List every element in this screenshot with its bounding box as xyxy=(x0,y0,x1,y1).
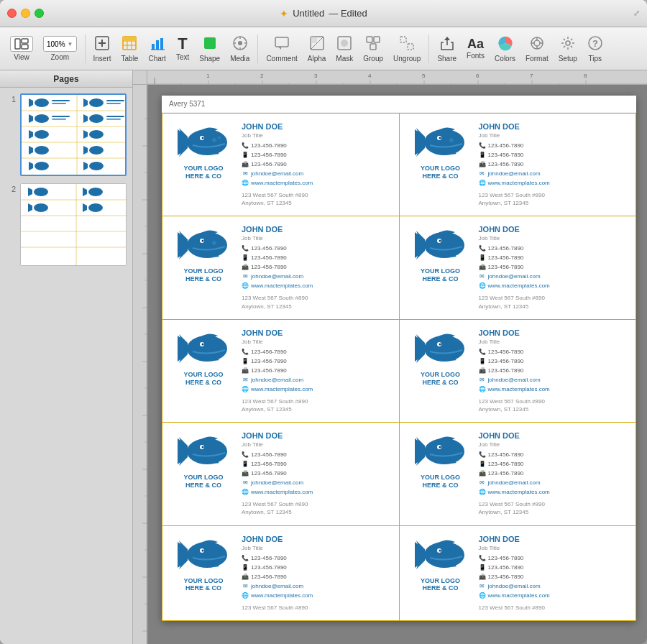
card-job-title-5: Job Title xyxy=(242,339,390,345)
text-label: Text xyxy=(176,53,189,61)
colors-icon xyxy=(497,35,513,53)
svg-point-165 xyxy=(439,137,441,139)
card-right-1: JOHN DOE Job Title 📞 123-456-7890 📱 xyxy=(242,122,390,207)
page-preview-1[interactable] xyxy=(20,93,127,176)
biz-card-8[interactable]: YOUR LOGOHERE & CO JOHN DOE Job Title 📞1… xyxy=(400,423,637,525)
table-tool[interactable]: Table xyxy=(117,32,143,65)
svg-text:4: 4 xyxy=(368,73,372,79)
chart-tool[interactable]: Chart xyxy=(144,32,170,65)
maximize-button[interactable] xyxy=(35,9,44,18)
format-tool[interactable]: Format xyxy=(521,32,553,65)
svg-point-202 xyxy=(202,549,204,551)
svg-text:7: 7 xyxy=(530,73,533,79)
ungroup-label: Ungroup xyxy=(393,55,421,63)
card-phone2-1: 📱 123-456-7890 xyxy=(242,151,390,160)
group-label: Group xyxy=(363,55,383,63)
view-tool[interactable]: View xyxy=(6,33,37,64)
svg-text:2: 2 xyxy=(260,73,264,79)
biz-card-10[interactable]: YOUR LOGOHERE & CO JOHN DOE Job Title 📞1… xyxy=(400,526,637,621)
ungroup-tool[interactable]: Ungroup xyxy=(389,32,425,65)
setup-label: Setup xyxy=(559,55,577,63)
close-button[interactable] xyxy=(7,9,17,18)
format-icon xyxy=(529,35,545,53)
alpha-tool[interactable]: Alpha xyxy=(303,32,331,65)
svg-point-57 xyxy=(35,114,49,123)
svg-rect-16 xyxy=(204,37,216,49)
page-num-2: 2 xyxy=(6,185,16,193)
ruler-vertical: 1 2 3 4 5 6 7 8 9 xyxy=(133,85,147,644)
card-name-10: JOHN DOE xyxy=(479,535,628,543)
biz-card-9[interactable]: YOUR LOGOHERE & CO JOHN DOE Job Title 📞1… xyxy=(162,526,400,621)
card-name-2: JOHN DOE xyxy=(479,122,628,131)
web-icon-1: 🌐 xyxy=(242,179,249,188)
fax-icon-1: 📠 xyxy=(242,160,249,169)
svg-point-187 xyxy=(439,343,441,345)
document-area[interactable]: 1 2 3 4 5 6 xyxy=(133,70,647,644)
sidebar: Pages 1 xyxy=(0,70,133,644)
biz-card-5[interactable]: YOUR LOGOHERE & CO JOHN DOE Job Title 📞1… xyxy=(162,320,400,423)
card-job-title-1: Job Title xyxy=(242,132,390,139)
sidebar-header: Pages xyxy=(0,70,132,88)
tips-tool[interactable]: ? Tips xyxy=(583,32,607,65)
logo-text-6: YOUR LOGOHERE & CO xyxy=(421,371,460,387)
biz-card-3[interactable]: YOUR LOGOHERE & CO JOHN DOE Job Title 📞1… xyxy=(162,216,400,319)
comment-tool[interactable]: Comment xyxy=(262,32,301,65)
card-name-9: JOHN DOE xyxy=(242,535,390,543)
insert-tool[interactable]: Insert xyxy=(89,32,116,65)
shape-tool[interactable]: Shape xyxy=(195,32,224,65)
card-web-2: 🌐 www.mactemplates.com xyxy=(479,179,628,188)
svg-rect-75 xyxy=(106,100,124,101)
fish-svg-7 xyxy=(175,431,232,471)
svg-point-171 xyxy=(202,240,204,242)
card-email-1: ✉ johndoe@email.com xyxy=(242,170,390,178)
page-thumb-2[interactable]: 2 xyxy=(6,183,127,266)
fonts-label: Fonts xyxy=(467,52,485,60)
logo-text-5: YOUR LOGOHERE & CO xyxy=(183,371,223,387)
text-tool[interactable]: T Text xyxy=(172,33,193,64)
zoom-box[interactable]: 100% ▼ xyxy=(43,36,77,52)
label-type: Avery 5371 xyxy=(169,100,205,108)
media-tool[interactable]: Media xyxy=(226,32,254,65)
svg-rect-2 xyxy=(22,45,28,49)
svg-point-87 xyxy=(34,188,48,196)
biz-card-2[interactable]: YOUR LOGOHERE & CO JOHN DOE Job Title 📞1… xyxy=(400,114,637,216)
svg-point-67 xyxy=(89,146,104,155)
fish-svg-1 xyxy=(175,122,232,162)
setup-icon xyxy=(560,35,576,53)
fish-svg-5 xyxy=(175,328,232,368)
fonts-tool[interactable]: Aa Fonts xyxy=(462,34,489,63)
svg-rect-81 xyxy=(21,184,127,265)
svg-point-53 xyxy=(35,98,49,107)
card-left-8: YOUR LOGOHERE & CO xyxy=(408,431,473,489)
sep-2 xyxy=(257,34,258,63)
biz-card-6[interactable]: YOUR LOGOHERE & CO JOHN DOE Job Title 📞1… xyxy=(400,320,637,423)
share-tool[interactable]: Share xyxy=(433,32,461,65)
biz-card-1[interactable]: YOUR LOGOHERE & CO JOHN DOE Job Title 📞 … xyxy=(162,114,400,216)
card-left-4: YOUR LOGOHERE & CO xyxy=(408,225,473,283)
group-tool[interactable]: Group xyxy=(359,32,387,65)
fish-svg-9 xyxy=(175,535,232,574)
card-right-5: JOHN DOE Job Title 📞123-456-7890 📱123-45… xyxy=(242,328,390,413)
page-area: Avery 5371 xyxy=(147,85,647,644)
app-window: ✦ Untitled — Edited ⤢ View 100% ▼ Zo xyxy=(0,0,647,644)
card-web-1: 🌐 www.mactemplates.com xyxy=(242,179,390,188)
setup-tool[interactable]: Setup xyxy=(554,32,582,65)
card-job-title-3: Job Title xyxy=(242,235,390,242)
mask-tool[interactable]: Mask xyxy=(331,32,357,65)
colors-tool[interactable]: Colors xyxy=(490,32,520,65)
card-left-10: YOUR LOGOHERE & CO xyxy=(408,535,473,593)
svg-text:8: 8 xyxy=(584,73,587,79)
minimize-button[interactable] xyxy=(21,9,30,18)
zoom-tool[interactable]: 100% ▼ Zoom xyxy=(39,33,81,64)
svg-rect-122 xyxy=(133,85,147,644)
card-right-3: JOHN DOE Job Title 📞123-456-7890 📱123-45… xyxy=(242,225,390,310)
biz-card-4[interactable]: YOUR LOGOHERE & CO JOHN DOE Job Title 📞1… xyxy=(400,216,637,319)
svg-point-161 xyxy=(218,137,221,140)
page-preview-2[interactable] xyxy=(20,183,127,266)
svg-point-93 xyxy=(88,203,103,212)
page-thumb-1[interactable]: 1 xyxy=(6,93,127,176)
svg-point-65 xyxy=(35,146,49,155)
svg-point-18 xyxy=(238,41,242,45)
biz-card-7[interactable]: YOUR LOGOHERE & CO JOHN DOE Job Title 📞1… xyxy=(162,423,400,525)
expand-button[interactable]: ⤢ xyxy=(633,9,640,18)
